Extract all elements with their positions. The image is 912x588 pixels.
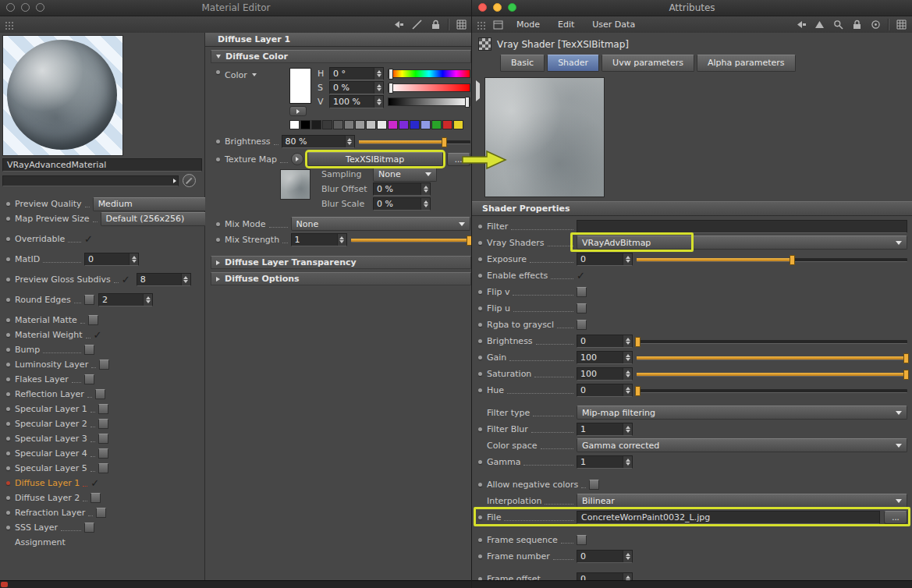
spinner-arrows-icon[interactable] (337, 234, 346, 246)
minimize-button[interactable] (21, 3, 30, 12)
vray-shaders-dropdown[interactable]: VRayAdvBitmap (577, 236, 907, 250)
slider-handle[interactable] (635, 337, 641, 347)
overridable-check[interactable]: ✓ (84, 234, 95, 244)
anim-dot[interactable] (6, 526, 10, 530)
gradient-marker[interactable] (389, 83, 393, 94)
material-weight-check[interactable]: ✓ (94, 330, 105, 340)
sampling-dropdown[interactable]: None (373, 168, 437, 182)
anim-dot[interactable] (6, 496, 10, 500)
drag-grip-icon[interactable] (4, 20, 14, 30)
color-swatch[interactable] (300, 120, 311, 129)
spinner-arrows-icon[interactable] (623, 423, 632, 435)
spinner-arrows-icon[interactable] (623, 551, 632, 562)
color-space-dropdown[interactable]: Gamma corrected (577, 438, 907, 452)
slider-handle[interactable] (442, 137, 447, 147)
anim-dot[interactable] (478, 225, 482, 228)
mix-strength-spinner[interactable]: 1 (291, 233, 347, 246)
anim-dot[interactable] (6, 348, 10, 352)
color-swatch[interactable] (410, 120, 420, 129)
anim-dot[interactable] (6, 363, 10, 367)
specular-layer-1-checkbox[interactable] (98, 404, 108, 414)
flakes-layer-checkbox[interactable] (84, 374, 94, 384)
blur-scale-spinner[interactable]: 0 % (373, 197, 431, 211)
value-gradient-bar[interactable] (388, 97, 470, 106)
lock-icon[interactable] (850, 18, 864, 31)
enable-effects-check[interactable]: ✓ (577, 271, 587, 281)
specular-layer-5-checkbox[interactable] (98, 463, 108, 473)
tab-alpha-parameters[interactable]: Alpha parameters (697, 55, 796, 72)
anim-dot[interactable] (6, 511, 10, 515)
diffuse-transparency-section[interactable]: Diffuse Layer Transparency (211, 256, 471, 269)
pick-material-icon[interactable] (183, 174, 196, 187)
spinner-arrows-icon[interactable] (623, 253, 632, 265)
anim-dot[interactable] (478, 427, 482, 431)
anim-dot[interactable] (6, 422, 10, 426)
anim-dot[interactable] (478, 388, 482, 392)
saturation-slider[interactable] (637, 369, 907, 379)
anim-dot[interactable] (478, 483, 482, 487)
anim-dot[interactable] (478, 372, 482, 376)
anim-dot[interactable] (478, 339, 482, 343)
texture-expand-button[interactable] (291, 153, 303, 165)
anim-dot[interactable] (6, 217, 10, 221)
gloss-subdivs-spinner[interactable]: 8 (137, 273, 191, 286)
color-swatch[interactable] (421, 120, 431, 129)
gain-slider[interactable] (637, 352, 907, 363)
preview-expand-icon[interactable] (476, 77, 484, 197)
anim-dot[interactable] (478, 257, 482, 261)
gamma-spinner[interactable]: 1 (577, 455, 633, 469)
texture-map-button[interactable]: TexXSIBitmap (307, 152, 443, 166)
anim-dot[interactable] (6, 452, 10, 455)
color-swatch[interactable] (322, 120, 332, 129)
filter-blur-spinner[interactable]: 1 (577, 423, 633, 436)
tab-basic[interactable]: Basic (500, 55, 545, 72)
anim-dot[interactable] (6, 466, 10, 470)
filter-input[interactable] (577, 220, 907, 233)
preview-quality-dropdown[interactable]: Medium (93, 197, 221, 211)
texture-thumbnail[interactable] (280, 169, 311, 200)
color-swatch[interactable] (442, 120, 452, 129)
color-swatch[interactable] (399, 120, 409, 129)
brightness-spinner[interactable]: 0 (577, 335, 633, 348)
anim-dot[interactable] (6, 481, 10, 485)
spinner-arrows-icon[interactable] (421, 183, 430, 195)
attributes-titlebar[interactable]: Attributes (472, 0, 912, 16)
frame-sequence-checkbox[interactable] (577, 535, 587, 545)
anim-dot[interactable] (6, 298, 10, 302)
nav-back-icon[interactable] (794, 18, 807, 31)
hue-slider[interactable] (637, 385, 907, 395)
material-name-field[interactable]: VRayAdvancedMaterial (2, 158, 202, 172)
spinner-arrows-icon[interactable] (421, 198, 430, 210)
round-edges-spinner[interactable]: 2 (98, 293, 153, 306)
interpolation-dropdown[interactable]: Bilinear (577, 494, 907, 508)
exposure-spinner[interactable]: 0 (577, 253, 633, 266)
spinner-arrows-icon[interactable] (623, 456, 632, 468)
close-button[interactable] (6, 3, 15, 12)
slider-handle[interactable] (903, 370, 909, 380)
anim-dot[interactable] (478, 323, 482, 327)
spinner-arrows-icon[interactable] (181, 274, 190, 285)
flip-v-checkbox[interactable] (577, 287, 587, 297)
sss-layer-checkbox[interactable] (84, 522, 94, 533)
anim-dot[interactable] (478, 554, 482, 558)
anim-dot[interactable] (478, 356, 482, 360)
color-swatch[interactable] (289, 120, 300, 129)
color-swatch[interactable] (388, 120, 398, 129)
nav-back-icon[interactable] (392, 18, 405, 31)
gradient-marker[interactable] (465, 97, 470, 108)
saturation-spinner[interactable]: 100 (577, 367, 633, 381)
value-spinner[interactable]: 100 % (329, 95, 384, 108)
anim-dot[interactable] (6, 333, 10, 337)
color-swatch[interactable] (431, 120, 442, 129)
current-color-swatch[interactable] (289, 68, 311, 104)
slider-handle[interactable] (635, 386, 641, 396)
lock-icon[interactable] (429, 18, 442, 31)
anim-dot[interactable] (478, 290, 482, 294)
magnifier-icon[interactable] (832, 18, 845, 31)
reflection-layer-checkbox[interactable] (95, 389, 105, 399)
anim-dot[interactable] (216, 238, 220, 242)
anim-dot[interactable] (216, 140, 220, 143)
target-icon[interactable] (869, 18, 882, 31)
brightness-spinner[interactable]: 80 % (282, 135, 355, 148)
anim-dot[interactable] (478, 306, 482, 310)
